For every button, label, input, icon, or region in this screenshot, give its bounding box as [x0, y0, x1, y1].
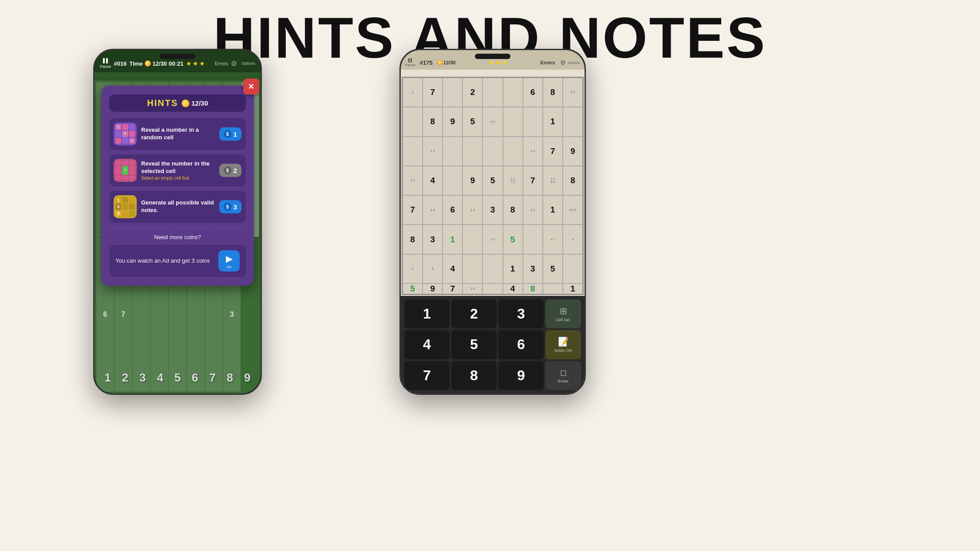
cell-r3c9[interactable]: 9 — [563, 137, 583, 166]
cell-r4c5[interactable]: 5 — [482, 166, 502, 195]
num-6[interactable]: 6 — [192, 371, 198, 385]
cell-r8c5[interactable] — [482, 283, 502, 294]
cell-r6c1[interactable]: 8 — [403, 224, 423, 254]
cell-r4c1[interactable]: 2 3 — [403, 166, 423, 195]
num-8[interactable]: 8 — [227, 371, 233, 385]
cell-r8c6[interactable]: 4 — [503, 283, 523, 294]
cell-r5c9[interactable]: 4 5 9 — [563, 195, 583, 224]
num-3[interactable]: 3 — [139, 371, 146, 385]
hint-notes-cost-btn[interactable]: $ 3 — [219, 200, 241, 213]
hint-notes-row[interactable]: 1 5 8 Generate all possible valid notes.… — [109, 191, 246, 223]
cell-r6c9[interactable]: 6 — [563, 224, 583, 254]
cell-r7c8[interactable]: 5 — [543, 254, 563, 283]
cell-r2c8[interactable]: 1 — [543, 107, 563, 136]
cell-r2c2[interactable]: 8 — [423, 107, 443, 136]
key-6[interactable]: 6 — [498, 330, 544, 359]
cell-r3c7[interactable]: 2 5 — [523, 137, 543, 166]
hint-random-row[interactable]: ? ? ? Reveal a number in a random cell $… — [109, 118, 246, 150]
cell-r6c7[interactable] — [523, 224, 543, 254]
cell-r4c9[interactable]: 8 — [563, 166, 583, 195]
num-5[interactable]: 5 — [174, 371, 181, 385]
cell-r3c8[interactable]: 7 — [543, 137, 563, 166]
cell-r5c2[interactable]: 2 5 — [423, 195, 443, 224]
cell-r3c6[interactable] — [503, 137, 523, 166]
cell-r6c5[interactable]: 7 9 — [482, 224, 502, 254]
cell-r4c4[interactable]: 9 — [462, 166, 482, 195]
cell-r8c4[interactable]: 3 6 — [462, 283, 482, 294]
cell-r7c9[interactable] — [563, 254, 583, 283]
cell-r7c1[interactable]: 2 — [403, 254, 423, 283]
ad-button[interactable]: ▶ Ad — [218, 250, 240, 272]
cell-r5c3[interactable]: 6 — [443, 195, 462, 224]
cell-r7c5[interactable] — [482, 254, 502, 283]
cell-r8c8[interactable] — [543, 283, 563, 294]
cell-r8c3[interactable]: 7 — [443, 283, 462, 294]
cell-r4c6[interactable]: 1 27 3 — [503, 166, 523, 195]
key-4[interactable]: 4 — [404, 330, 450, 359]
num-1[interactable]: 1 — [104, 371, 111, 385]
cell-r2c6[interactable] — [503, 107, 523, 136]
cell-r5c8[interactable]: 1 — [543, 195, 563, 224]
cell-r4c7[interactable]: 7 — [523, 166, 543, 195]
cell-r5c4[interactable]: 2 3 — [462, 195, 482, 224]
cell-r8c1[interactable]: 5 — [403, 283, 423, 294]
cell-sel-button[interactable]: ⊞ Cell Sel. — [545, 299, 581, 328]
key-2[interactable]: 2 — [451, 299, 497, 328]
cell-r8c7[interactable]: 8 — [523, 283, 543, 294]
cell-r2c9[interactable] — [563, 107, 583, 136]
cell-r7c4[interactable] — [462, 254, 482, 283]
cell-r6c8[interactable]: 4 7 — [543, 224, 563, 254]
cell-r4c2[interactable]: 4 — [423, 166, 443, 195]
cell-r7c3[interactable]: 4 — [443, 254, 462, 283]
cell-r5c6[interactable]: 8 — [503, 195, 523, 224]
cell-r4c3[interactable] — [443, 166, 462, 195]
pause-button-right[interactable]: Pause — [405, 58, 415, 67]
cell-r6c2[interactable]: 3 — [423, 224, 443, 254]
cell-r2c3[interactable]: 9 — [443, 107, 462, 136]
cell-r8c9[interactable]: 1 — [563, 283, 583, 294]
cell-r1c4[interactable]: 2 — [462, 78, 482, 107]
cell-r2c4[interactable]: 5 — [462, 107, 482, 136]
num-7[interactable]: 7 — [209, 371, 215, 385]
cell-r1c5[interactable] — [482, 78, 502, 107]
cell-r6c4[interactable] — [462, 224, 482, 254]
erase-button[interactable]: ◻ Erase — [545, 361, 581, 390]
cell-r1c7[interactable]: 6 — [523, 78, 543, 107]
cell-r1c3[interactable] — [443, 78, 462, 107]
cell-r3c5[interactable] — [482, 137, 502, 166]
cell-r1c9[interactable]: 4 5 — [563, 78, 583, 107]
gear-icon-right[interactable]: ⚙ — [560, 59, 566, 66]
cell-r5c1[interactable]: 7 — [403, 195, 423, 224]
num-9[interactable]: 9 — [244, 371, 250, 385]
key-7[interactable]: 7 — [404, 361, 450, 390]
notes-on-button[interactable]: 📝 Notes ON — [545, 330, 581, 359]
cell-r1c2[interactable]: 7 — [423, 78, 443, 107]
key-1[interactable]: 1 — [404, 299, 450, 328]
cell-r7c6[interactable]: 1 — [503, 254, 523, 283]
ad-row[interactable]: You can watch an Ad and get 3 coins ▶ Ad — [109, 245, 246, 277]
cell-r3c4[interactable] — [462, 137, 482, 166]
close-button[interactable]: × — [243, 79, 259, 94]
cell-r1c1[interactable]: 4 — [403, 78, 423, 107]
cell-r2c1[interactable] — [403, 107, 423, 136]
cell-r6c3[interactable]: 1 — [443, 224, 462, 254]
cell-r7c2[interactable]: 6 — [423, 254, 443, 283]
gear-icon-left[interactable]: ⚙ — [231, 59, 239, 67]
cell-r1c8[interactable]: 8 — [543, 78, 563, 107]
cell-r3c3[interactable] — [443, 137, 462, 166]
hint-random-cost-btn[interactable]: $ 1 — [219, 127, 241, 141]
cell-r3c1[interactable] — [403, 137, 423, 166]
cell-r6c6[interactable]: 5 — [503, 224, 523, 254]
key-5[interactable]: 5 — [451, 330, 497, 359]
num-2[interactable]: 2 — [122, 371, 128, 385]
hint-selected-cost-btn[interactable]: $ 2 — [219, 164, 241, 177]
cell-r2c7[interactable] — [523, 107, 543, 136]
cell-r5c5[interactable]: 3 — [482, 195, 502, 224]
key-3[interactable]: 3 — [498, 299, 544, 328]
cell-r3c2[interactable]: 2 3 — [423, 137, 443, 166]
hint-selected-row[interactable]: ? Reveal the number in the selected cell… — [109, 154, 246, 186]
cell-r7c7[interactable]: 3 — [523, 254, 543, 283]
pause-button[interactable]: Pause — [100, 58, 111, 69]
key-9[interactable]: 9 — [498, 361, 544, 390]
cell-r5c7[interactable]: 2 5 — [523, 195, 543, 224]
